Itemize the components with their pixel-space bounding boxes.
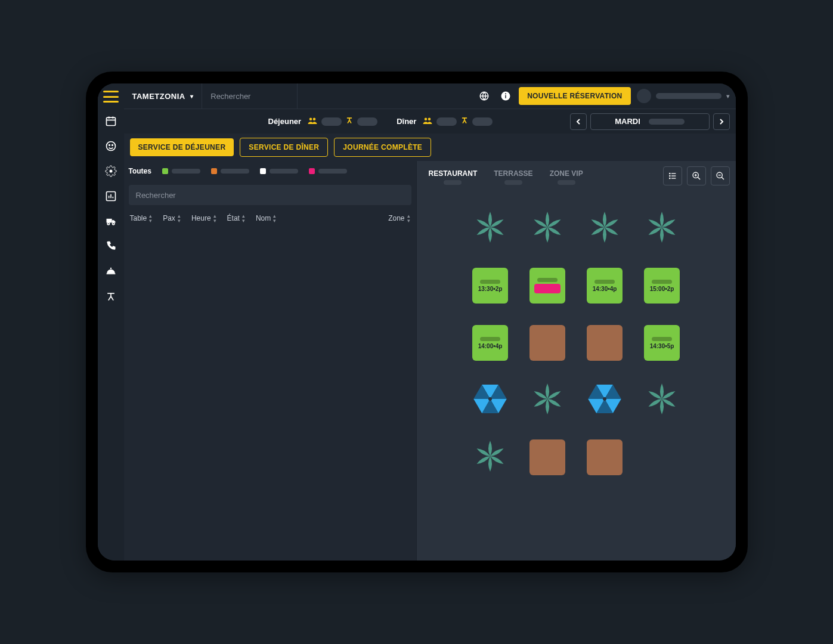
table-box[interactable]: 13:30•2p [472, 268, 508, 304]
people-icon [422, 116, 433, 127]
list-view-button[interactable] [663, 166, 682, 185]
globe-icon[interactable] [476, 88, 493, 104]
plant-icon [587, 209, 623, 247]
list-search-input[interactable]: Rechercher [129, 185, 411, 205]
zoom-in-button[interactable] [687, 166, 706, 185]
zone-count-placeholder [504, 180, 522, 185]
col-table[interactable]: Table▴▾ [130, 213, 153, 223]
plant-decoration [639, 377, 685, 423]
table-box[interactable]: 14:00•4p [472, 325, 508, 361]
table-time-pax: 13:30•2p [478, 286, 503, 292]
status-dot [162, 168, 168, 174]
search-placeholder: Rechercher [136, 191, 176, 200]
day-selector[interactable]: MARDI [590, 113, 710, 130]
dinner-service-chip[interactable]: SERVICE DE DÎNER [240, 138, 328, 157]
day-label: MARDI [615, 117, 640, 126]
status-tab-pink[interactable] [309, 168, 347, 174]
face-icon[interactable] [104, 140, 117, 153]
svg-point-14 [110, 268, 112, 270]
zone-tab-restaurant[interactable]: RESTAURANT [420, 161, 486, 191]
next-day-button[interactable] [713, 113, 730, 130]
table-box[interactable] [529, 439, 565, 475]
phone-icon[interactable] [104, 240, 117, 253]
table-box[interactable] [529, 268, 565, 304]
gear-icon[interactable] [104, 165, 117, 178]
table-id-placeholder [652, 280, 672, 284]
chart-icon[interactable] [104, 190, 117, 203]
plant-decoration [639, 205, 685, 252]
svg-line-34 [465, 120, 466, 123]
lunch-label: Déjeuner [268, 117, 302, 126]
svg-line-18 [111, 296, 113, 301]
status-tab-green[interactable] [162, 168, 200, 174]
table-box[interactable]: 14:30•5p [644, 325, 680, 361]
floorplan-canvas[interactable]: 13:30•2p14:30•4p15:00•2p14:00•4p14:30•5p [417, 191, 736, 561]
dinner-tables-pill[interactable] [472, 117, 493, 126]
plant-decoration [467, 434, 513, 481]
col-etat[interactable]: État▴▾ [227, 213, 245, 223]
floor-grid: 13:30•2p14:30•4p15:00•2p14:00•4p14:30•5p [428, 205, 725, 481]
sort-icon: ▴▾ [213, 213, 216, 223]
table-box[interactable] [587, 439, 623, 475]
svg-line-42 [698, 177, 700, 179]
column-headers: Table▴▾ Pax▴▾ Heure▴▾ État▴▾ Nom▴▾ Zone▴… [124, 209, 416, 228]
table-id-placeholder [652, 337, 672, 341]
table-box[interactable]: 14:30•4p [587, 268, 623, 304]
status-dot [309, 168, 315, 174]
svg-point-29 [425, 117, 428, 120]
umbrella-decoration [581, 377, 628, 423]
calendar-icon[interactable] [104, 114, 117, 128]
user-menu[interactable]: ▾ [637, 89, 730, 103]
svg-line-46 [721, 177, 724, 179]
lunch-tables-pill[interactable] [357, 117, 377, 126]
zone-count-placeholder [558, 180, 575, 185]
info-icon[interactable] [497, 88, 514, 104]
prev-day-button[interactable] [570, 113, 587, 130]
new-reservation-button[interactable]: NOUVELLE RÉSERVATION [519, 87, 630, 105]
status-tab-white[interactable] [260, 168, 298, 174]
venue-selector[interactable]: TAMETZONIA ▾ [124, 83, 203, 109]
cloche-icon[interactable] [104, 265, 117, 278]
status-tab-orange[interactable] [211, 168, 249, 174]
stool-icon[interactable] [104, 290, 117, 303]
table-id-placeholder [594, 280, 615, 284]
lunch-pax-pill[interactable] [321, 117, 342, 126]
zoom-out-button[interactable] [711, 166, 730, 185]
status-tabs: Toutes [124, 161, 416, 181]
table-time-pax: 14:00•4p [478, 343, 503, 349]
status-bar-pink [534, 284, 561, 293]
col-heure[interactable]: Heure▴▾ [191, 213, 216, 223]
svg-rect-21 [505, 95, 506, 98]
service-bar: Déjeuner Dîner [124, 109, 736, 134]
table-box[interactable]: 15:00•2p [644, 268, 680, 304]
col-pax[interactable]: Pax▴▾ [163, 213, 181, 223]
status-tab-all[interactable]: Toutes [129, 167, 151, 175]
plant-icon [472, 209, 508, 247]
zone-label: TERRASSE [494, 169, 532, 178]
chevron-down-icon: ▾ [190, 93, 194, 100]
svg-point-24 [313, 117, 316, 120]
zone-tab-vip[interactable]: ZONE VIP [541, 161, 592, 191]
plant-decoration [581, 205, 628, 252]
sort-icon: ▴▾ [242, 213, 245, 223]
table-time-pax: 15:00•2p [650, 286, 674, 292]
table-box[interactable] [529, 325, 565, 361]
full-day-chip[interactable]: JOURNÉE COMPLÈTE [334, 138, 431, 157]
zone-tabs: RESTAURANT TERRASSE ZONE VIP [417, 161, 736, 191]
user-name-placeholder [656, 93, 721, 99]
col-zone[interactable]: Zone▴▾ [388, 213, 410, 223]
svg-rect-13 [106, 273, 115, 274]
table-item: 14:00•4p [467, 320, 513, 366]
lunch-service-chip[interactable]: SERVICE DE DÉJEUNER [130, 138, 234, 156]
svg-point-22 [505, 93, 506, 94]
table-box[interactable] [587, 325, 623, 361]
table-item [524, 434, 571, 481]
global-search-input[interactable]: Rechercher [202, 83, 298, 109]
zone-tab-terrasse[interactable]: TERRASSE [485, 161, 541, 191]
hamburger-menu-icon[interactable] [103, 91, 119, 103]
truck-icon[interactable] [104, 215, 117, 228]
dinner-pax-pill[interactable] [436, 117, 457, 126]
table-item: 15:00•2p [639, 262, 685, 309]
col-nom[interactable]: Nom▴▾ [256, 213, 276, 223]
plant-decoration [524, 377, 571, 423]
